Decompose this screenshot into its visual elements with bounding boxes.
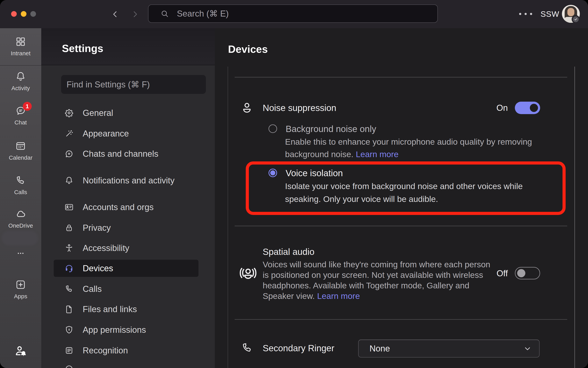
sidebar-item-calls[interactable]: Calls xyxy=(0,175,41,195)
settings-header: Settings xyxy=(41,28,215,65)
accessibility-icon xyxy=(64,243,74,253)
spatial-audio-label: Spatial audio xyxy=(263,247,314,257)
sidebar-item-chat[interactable]: Chat xyxy=(0,105,41,126)
redacted-rail-item xyxy=(1,231,38,246)
spatial-audio-description: Voices will sound like they're coming fr… xyxy=(263,259,490,301)
presence-check-icon xyxy=(572,15,580,23)
settings-nav-devices[interactable]: Devices xyxy=(54,260,198,277)
settings-nav-partial-item[interactable] xyxy=(54,360,198,368)
secondary-ringer-label: Secondary Ringer xyxy=(263,343,334,353)
chat-unread-badge: 1 xyxy=(23,102,32,111)
bell-icon xyxy=(15,71,26,82)
settings-nav-app-permissions[interactable]: App permissions xyxy=(54,321,198,338)
circle-icon xyxy=(64,364,74,368)
sidebar-item-onedrive[interactable]: OneDrive xyxy=(0,208,41,229)
calendar-icon xyxy=(15,140,26,152)
settings-nav-general[interactable]: General xyxy=(54,104,198,121)
background-noise-description: Enable this to enhance your microphone a… xyxy=(285,136,532,160)
forward-icon[interactable] xyxy=(130,9,140,19)
spatial-audio-icon xyxy=(239,264,257,282)
document-lines-icon xyxy=(64,346,74,355)
rail-divider xyxy=(0,65,41,66)
noise-suppression-state: On xyxy=(468,103,508,113)
page-title: Devices xyxy=(228,43,268,55)
app-rail: Intranet Activity Chat 1 Calendar xyxy=(0,28,41,368)
sidebar-item-apps[interactable]: Apps xyxy=(0,279,41,300)
voice-isolation-label: Voice isolation xyxy=(286,168,343,178)
search-input[interactable] xyxy=(177,9,411,19)
settings-nav-calls[interactable]: Calls xyxy=(54,280,198,297)
lock-icon xyxy=(64,223,74,232)
settings-nav-files[interactable]: Files and links xyxy=(54,301,198,318)
section-divider xyxy=(235,226,567,226)
toggle-knob xyxy=(530,104,538,112)
voice-isolation-description: Isolate your voice from background noise… xyxy=(285,180,523,205)
toggle-knob xyxy=(517,269,525,277)
secondary-ringer-dropdown[interactable]: None xyxy=(358,340,540,358)
account-initials: SSW xyxy=(541,9,559,19)
ellipsis-icon xyxy=(15,249,26,257)
section-divider xyxy=(235,77,567,77)
secondary-ringer-icon xyxy=(241,342,253,354)
spatial-audio-state: Off xyxy=(468,268,508,278)
chevron-down-icon xyxy=(522,343,533,354)
more-options-icon[interactable] xyxy=(519,13,532,15)
phone-icon xyxy=(64,284,74,294)
settings-nav-privacy[interactable]: Privacy xyxy=(54,219,198,236)
radio-voice-isolation[interactable] xyxy=(268,169,277,177)
dropdown-value: None xyxy=(369,344,522,353)
title-bar: SSW xyxy=(0,0,588,28)
settings-nav-appearance[interactable]: Appearance xyxy=(54,125,198,142)
section-divider xyxy=(235,319,567,320)
contact-card-icon xyxy=(64,202,74,212)
file-icon xyxy=(64,304,74,314)
settings-nav-accounts[interactable]: Accounts and orgs xyxy=(54,199,198,216)
search-icon xyxy=(160,9,169,18)
bell-icon xyxy=(64,176,74,185)
sidebar-item-intranet[interactable]: Intranet xyxy=(0,36,41,57)
grid-icon xyxy=(15,36,26,47)
settings-panel: Settings General Appearance Chats and ch… xyxy=(41,28,215,368)
close-window-button[interactable] xyxy=(11,11,17,17)
apps-icon xyxy=(15,279,26,290)
spatial-audio-toggle[interactable] xyxy=(515,267,540,279)
cloud-icon xyxy=(15,208,26,220)
gear-icon xyxy=(64,108,74,118)
settings-nav-chats[interactable]: Chats and channels xyxy=(54,145,198,162)
zoom-window-button[interactable] xyxy=(30,11,36,17)
headset-icon xyxy=(64,264,74,273)
radio-background-noise-only[interactable] xyxy=(268,124,277,133)
noise-suppression-label: Noise suppression xyxy=(263,103,336,113)
back-icon[interactable] xyxy=(110,9,120,19)
minimize-window-button[interactable] xyxy=(21,11,27,17)
chat-bubble-icon xyxy=(64,149,74,158)
find-in-settings-input[interactable] xyxy=(66,79,201,90)
sidebar-item-calendar[interactable]: Calendar xyxy=(0,140,41,161)
learn-more-link[interactable]: Learn more xyxy=(317,291,360,301)
person-bell-icon xyxy=(14,345,27,358)
settings-title: Settings xyxy=(62,42,103,54)
teams-window: SSW Intranet Activity Chat xyxy=(0,0,588,368)
settings-search[interactable] xyxy=(61,75,206,94)
scroll-frame-left xyxy=(228,67,228,368)
shield-keyhole-icon xyxy=(64,325,74,334)
invite-people-button[interactable] xyxy=(0,345,41,359)
devices-page: Devices Noise suppression On Background … xyxy=(215,28,588,368)
settings-nav-accessibility[interactable]: Accessibility xyxy=(54,239,198,257)
rail-more-button[interactable] xyxy=(0,249,41,258)
learn-more-link[interactable]: Learn more xyxy=(356,149,399,159)
noise-suppression-toggle[interactable] xyxy=(515,102,540,114)
settings-nav-notifications[interactable]: Notifications and activity xyxy=(54,172,198,189)
global-search[interactable] xyxy=(148,4,438,23)
sidebar-item-activity[interactable]: Activity xyxy=(0,71,41,92)
scrollbar[interactable] xyxy=(574,67,575,368)
settings-nav-recognition[interactable]: Recognition xyxy=(54,342,198,359)
background-noise-only-label: Background noise only xyxy=(286,124,376,134)
noise-suppression-icon xyxy=(241,101,253,114)
phone-icon xyxy=(15,175,26,186)
wand-icon xyxy=(64,129,74,138)
